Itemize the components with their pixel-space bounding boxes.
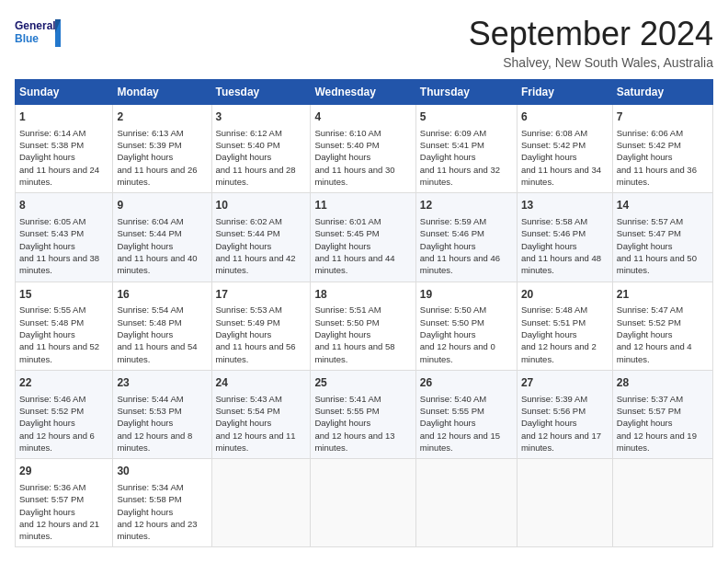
day-number: 9 [117, 198, 207, 213]
daylight-label: Daylight hours [617, 241, 673, 251]
day-number: 2 [117, 109, 207, 125]
daylight-duration: and 11 hours and 44 minutes. [314, 253, 394, 275]
daylight-duration: and 11 hours and 38 minutes. [19, 253, 99, 275]
table-row: 24 Sunrise: 5:43 AM Sunset: 5:54 PM Dayl… [211, 370, 311, 458]
sunset: Sunset: 5:55 PM [420, 406, 484, 416]
sunset: Sunset: 5:57 PM [617, 406, 681, 416]
sunset: Sunset: 5:58 PM [117, 494, 181, 504]
header-monday: Monday [113, 80, 211, 105]
table-row: 28 Sunrise: 5:37 AM Sunset: 5:57 PM Dayl… [612, 370, 712, 458]
sunrise: Sunrise: 5:37 AM [617, 394, 683, 404]
table-row: 1 Sunrise: 6:14 AM Sunset: 5:38 PM Dayli… [16, 105, 113, 193]
header: General Blue September 2024 Shalvey, New… [15, 15, 713, 70]
table-row: 17 Sunrise: 5:53 AM Sunset: 5:49 PM Dayl… [211, 282, 311, 370]
table-row: 7 Sunrise: 6:06 AM Sunset: 5:42 PM Dayli… [612, 105, 712, 193]
header-saturday: Saturday [612, 80, 712, 105]
sunrise: Sunrise: 6:01 AM [314, 216, 381, 226]
table-row [517, 459, 612, 547]
day-number: 17 [216, 287, 307, 303]
svg-text:Blue: Blue [15, 32, 39, 45]
daylight-duration: and 11 hours and 34 minutes. [521, 165, 601, 187]
sunset: Sunset: 5:53 PM [117, 406, 181, 416]
sunset: Sunset: 5:52 PM [19, 406, 84, 416]
daylight-label: Daylight hours [420, 329, 476, 339]
day-number: 7 [617, 109, 709, 125]
table-row: 16 Sunrise: 5:54 AM Sunset: 5:48 PM Dayl… [113, 282, 211, 370]
table-row [311, 459, 415, 547]
daylight-label: Daylight hours [19, 152, 75, 162]
daylight-label: Daylight hours [617, 152, 673, 162]
sunrise: Sunrise: 6:06 AM [617, 128, 683, 138]
day-number: 23 [117, 375, 207, 391]
daylight-duration: and 11 hours and 56 minutes. [216, 341, 296, 363]
daylight-duration: and 12 hours and 11 minutes. [216, 431, 296, 453]
table-row: 8 Sunrise: 6:05 AM Sunset: 5:43 PM Dayli… [16, 193, 113, 282]
day-number: 29 [19, 464, 108, 479]
sunset: Sunset: 5:49 PM [216, 317, 280, 327]
daylight-duration: and 11 hours and 58 minutes. [314, 341, 394, 363]
daylight-duration: and 12 hours and 13 minutes. [314, 431, 394, 453]
sunset: Sunset: 5:42 PM [617, 140, 681, 150]
daylight-label: Daylight hours [521, 418, 577, 428]
sunset: Sunset: 5:39 PM [117, 140, 181, 150]
daylight-label: Daylight hours [19, 418, 75, 428]
daylight-label: Daylight hours [117, 329, 173, 339]
title-area: September 2024 Shalvey, New South Wales,… [469, 15, 713, 70]
sunrise: Sunrise: 5:57 AM [617, 216, 683, 226]
daylight-duration: and 11 hours and 42 minutes. [216, 253, 296, 275]
sunset: Sunset: 5:54 PM [216, 406, 280, 416]
day-number: 24 [216, 375, 307, 391]
table-row: 29 Sunrise: 5:36 AM Sunset: 5:57 PM Dayl… [16, 459, 113, 547]
daylight-label: Daylight hours [117, 418, 173, 428]
table-row: 26 Sunrise: 5:40 AM Sunset: 5:55 PM Dayl… [415, 370, 517, 458]
daylight-label: Daylight hours [117, 152, 173, 162]
daylight-label: Daylight hours [216, 241, 272, 251]
table-row: 4 Sunrise: 6:10 AM Sunset: 5:40 PM Dayli… [311, 105, 415, 193]
calendar-table: Sunday Monday Tuesday Wednesday Thursday… [15, 79, 713, 547]
table-row: 23 Sunrise: 5:44 AM Sunset: 5:53 PM Dayl… [113, 370, 211, 458]
daylight-duration: and 11 hours and 48 minutes. [521, 253, 601, 275]
table-row: 6 Sunrise: 6:08 AM Sunset: 5:42 PM Dayli… [517, 105, 612, 193]
sunrise: Sunrise: 5:40 AM [420, 394, 486, 404]
sunrise: Sunrise: 5:36 AM [19, 482, 85, 492]
sunset: Sunset: 5:55 PM [314, 406, 379, 416]
sunrise: Sunrise: 5:59 AM [420, 216, 486, 226]
daylight-duration: and 11 hours and 36 minutes. [617, 165, 697, 187]
daylight-duration: and 11 hours and 30 minutes. [314, 165, 394, 187]
sunset: Sunset: 5:46 PM [521, 228, 586, 238]
table-row: 25 Sunrise: 5:41 AM Sunset: 5:55 PM Dayl… [311, 370, 415, 458]
day-number: 11 [314, 198, 411, 213]
day-number: 12 [420, 198, 513, 213]
daylight-label: Daylight hours [19, 241, 75, 251]
table-row: 15 Sunrise: 5:55 AM Sunset: 5:48 PM Dayl… [16, 282, 113, 370]
daylight-label: Daylight hours [314, 329, 370, 339]
daylight-duration: and 11 hours and 40 minutes. [117, 253, 197, 275]
daylight-duration: and 11 hours and 52 minutes. [19, 341, 99, 363]
sunrise: Sunrise: 5:34 AM [117, 482, 183, 492]
day-number: 19 [420, 287, 513, 303]
sunrise: Sunrise: 5:54 AM [117, 304, 183, 315]
header-friday: Friday [517, 80, 612, 105]
sunset: Sunset: 5:38 PM [19, 140, 84, 150]
day-number: 21 [617, 287, 709, 303]
table-row [612, 459, 712, 547]
svg-text:General: General [15, 19, 56, 32]
sunset: Sunset: 5:42 PM [521, 140, 586, 150]
day-number: 20 [521, 287, 609, 303]
table-row: 14 Sunrise: 5:57 AM Sunset: 5:47 PM Dayl… [612, 193, 712, 282]
daylight-duration: and 11 hours and 32 minutes. [420, 165, 500, 187]
sunset: Sunset: 5:41 PM [420, 140, 484, 150]
table-row: 10 Sunrise: 6:02 AM Sunset: 5:44 PM Dayl… [211, 193, 311, 282]
sunrise: Sunrise: 5:48 AM [521, 304, 587, 315]
daylight-duration: and 12 hours and 8 minutes. [117, 431, 192, 453]
table-row: 2 Sunrise: 6:13 AM Sunset: 5:39 PM Dayli… [113, 105, 211, 193]
sunrise: Sunrise: 6:12 AM [216, 128, 282, 138]
table-row: 19 Sunrise: 5:50 AM Sunset: 5:50 PM Dayl… [415, 282, 517, 370]
daylight-duration: and 11 hours and 46 minutes. [420, 253, 500, 275]
day-number: 18 [314, 287, 411, 303]
daylight-duration: and 11 hours and 26 minutes. [117, 165, 197, 187]
sunset: Sunset: 5:51 PM [521, 317, 586, 327]
daylight-duration: and 12 hours and 4 minutes. [617, 341, 692, 363]
daylight-label: Daylight hours [521, 241, 577, 251]
daylight-duration: and 11 hours and 28 minutes. [216, 165, 296, 187]
